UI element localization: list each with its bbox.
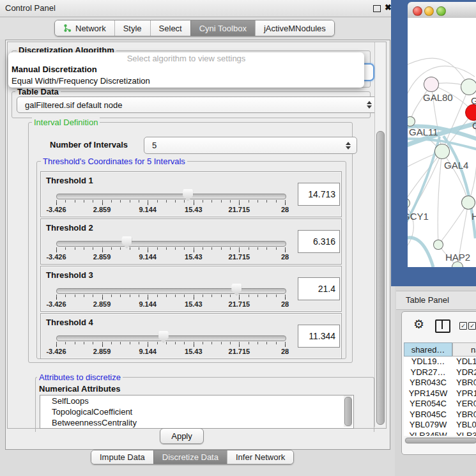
table-row[interactable]: YDL19…YDL1 — [404, 357, 476, 367]
minimize-traffic-light-icon[interactable] — [424, 6, 434, 16]
number-of-intervals-combobox[interactable]: 5 — [144, 137, 357, 154]
dropdown-option-manual-discretization[interactable]: Manual Discretization — [8, 64, 364, 75]
cell-shared-name[interactable]: YPR145W — [404, 388, 452, 399]
number-of-intervals-label: Number of Intervals — [48, 140, 130, 150]
table-data-combobox[interactable]: galFiltered.sif default node — [17, 96, 378, 113]
tab-select[interactable]: Select — [150, 20, 190, 36]
top-tab-group: NetworkStyleSelectCyni ToolboxjActiveMNo… — [54, 20, 335, 36]
table-row[interactable]: YBL079WYBL0 — [404, 420, 476, 431]
table-row[interactable]: YER054CYER0 — [404, 399, 476, 410]
threshold-panel: Threshold 4 -3.4262.8599.14415.4321.7152… — [40, 313, 342, 359]
control-panel-titlebar: Control Panel ✖ — [0, 0, 395, 17]
float-panel-icon[interactable] — [373, 5, 381, 12]
table-hscrollbar[interactable] — [404, 437, 476, 444]
tab-label: Network — [75, 24, 106, 33]
node-label-gal11: GAL11 — [409, 127, 438, 137]
tab-infer-network[interactable]: Infer Network — [227, 450, 293, 464]
threshold-panel: Threshold 1 -3.4262.8599.14415.4321.7152… — [40, 171, 342, 217]
dropdown-option-equal-width-frequency-discretization[interactable]: Equal Width/Frequency Discretization — [8, 75, 364, 87]
number-of-intervals-value: 5 — [152, 141, 157, 150]
numerical-attributes-list[interactable]: SelfLoopsTopologicalCoefficientBetweenne… — [40, 395, 354, 429]
scrollbar-thumb[interactable] — [405, 438, 476, 443]
control-panel-tab-row: NetworkStyleSelectCyni ToolboxjActiveMNo… — [0, 17, 395, 40]
gear-icon[interactable]: ⚙ — [413, 318, 424, 330]
tab-network[interactable]: Network — [55, 20, 114, 36]
tab-jactivemnodules[interactable]: jActiveMNodules — [255, 20, 334, 36]
cell-shared-name[interactable]: YBR045C — [404, 410, 452, 420]
cell-name[interactable]: YLR3 — [456, 431, 476, 436]
table-row[interactable]: YBR045CYBR0 — [404, 410, 476, 420]
network-edges — [408, 18, 476, 267]
panel-vscrollbar-thumb[interactable] — [376, 131, 385, 425]
threshold-value-input[interactable] — [298, 277, 340, 300]
cell-shared-name[interactable]: YDR27… — [404, 367, 452, 378]
slider-scale-label: -3.426 — [46, 348, 66, 355]
column-header-shared-name[interactable]: shared… — [404, 342, 452, 357]
tab-style[interactable]: Style — [114, 20, 150, 36]
table-panel-title: Table Panel — [406, 295, 449, 305]
slider-scale-label: 28 — [281, 300, 289, 308]
tab-label: Discretize Data — [162, 452, 219, 462]
scrollbar-thumb[interactable] — [344, 397, 352, 426]
threshold-value-input[interactable] — [298, 325, 340, 348]
slider-track[interactable] — [56, 288, 286, 294]
network-node-hap2[interactable] — [433, 240, 443, 250]
cell-name[interactable]: YBL0 — [456, 420, 476, 431]
threshold-label: Threshold 3 — [46, 270, 93, 280]
table-panel-titlebar: Table Panel — [396, 291, 476, 310]
slider-track[interactable] — [56, 194, 286, 199]
cell-name[interactable]: YDL1 — [456, 357, 476, 367]
network-graph-icon — [63, 24, 72, 33]
cell-name[interactable]: YPR1 — [456, 388, 476, 399]
cell-shared-name[interactable]: YER054C — [404, 399, 452, 410]
tab-cyni-toolbox[interactable]: Cyni Toolbox — [190, 20, 255, 36]
cell-shared-name[interactable]: YDL19… — [404, 357, 452, 367]
apply-button[interactable]: Apply — [160, 428, 204, 444]
network-node-gal4[interactable] — [434, 144, 450, 159]
bottom-tab-group: Impute DataDiscretize DataInfer Network — [91, 450, 294, 464]
tab-label: Impute Data — [100, 452, 145, 462]
slider-scale-label: -3.426 — [46, 300, 66, 308]
tab-label: Style — [123, 24, 142, 33]
attributes-list-scrollbar[interactable] — [344, 395, 352, 427]
cell-shared-name[interactable]: YLR345W — [404, 431, 452, 436]
cell-name[interactable]: YER0 — [456, 399, 476, 410]
slider-scale-label: -3.426 — [46, 206, 66, 213]
slider-track[interactable] — [56, 241, 286, 247]
table-row[interactable]: YBR043CYBR0 — [404, 378, 476, 388]
attribute-item-topologicalcoefficient[interactable]: TopologicalCoefficient — [40, 406, 353, 417]
threshold-value-input[interactable] — [298, 230, 340, 253]
threshold-panel: Threshold 2 -3.4262.8599.14415.4321.7152… — [40, 219, 342, 265]
tab-discretize-data[interactable]: Discretize Data — [153, 450, 227, 464]
table-row[interactable]: YDR27…YDR2 — [404, 367, 476, 378]
attribute-item-betweennesscentrality[interactable]: BetweennessCentrality — [40, 417, 353, 428]
cell-shared-name[interactable]: YBR043C — [404, 378, 452, 388]
cell-name[interactable]: YBR0 — [456, 410, 476, 420]
cell-shared-name[interactable]: YBL079W — [404, 420, 452, 431]
network-node-g[interactable] — [461, 79, 476, 95]
network-canvas[interactable]: GAL80GCGAL11GAL4GCY1HHAP2 — [408, 18, 476, 267]
attribute-item-selfloops[interactable]: SelfLoops — [40, 395, 353, 406]
checkbox-icon[interactable]: ✓ — [468, 322, 476, 330]
slider-minor-ticks — [56, 342, 286, 344]
table-data-combobox-value: galFiltered.sif default node — [25, 100, 122, 110]
tab-label: Select — [159, 24, 182, 33]
screenshot-stage: Control Panel ✖ NetworkStyleSelectCyni T… — [0, 0, 476, 476]
checkbox-icon[interactable]: ✓ — [459, 322, 467, 330]
slider-track[interactable] — [56, 335, 286, 341]
close-traffic-light-icon[interactable] — [413, 6, 422, 16]
slider-scale-label: 9.144 — [139, 206, 157, 213]
column-layout-icon[interactable] — [435, 319, 450, 333]
tab-impute-data[interactable]: Impute Data — [91, 450, 153, 464]
column-header-name[interactable]: na — [452, 342, 476, 357]
cell-name[interactable]: YDR2 — [456, 367, 476, 378]
slider-scale-label: 2.859 — [93, 206, 111, 213]
zoom-traffic-light-icon[interactable] — [436, 6, 446, 16]
table-row[interactable]: YPR145WYPR1 — [404, 388, 476, 399]
threshold-value-input[interactable] — [298, 183, 340, 206]
network-node-h[interactable] — [461, 196, 475, 210]
network-node-gal80[interactable] — [424, 77, 439, 92]
table-row[interactable]: YLR345WYLR3 — [404, 431, 476, 436]
cell-name[interactable]: YBR0 — [456, 378, 476, 388]
slider-minor-ticks — [56, 247, 286, 250]
